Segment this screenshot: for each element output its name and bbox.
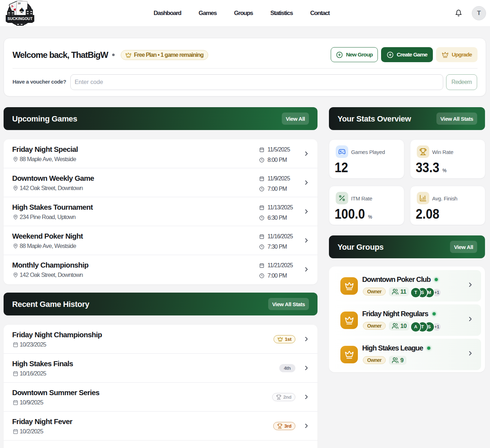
svg-text:SUCKINGOUT: SUCKINGOUT — [8, 16, 32, 21]
svg-text:♠: ♠ — [19, 4, 24, 15]
